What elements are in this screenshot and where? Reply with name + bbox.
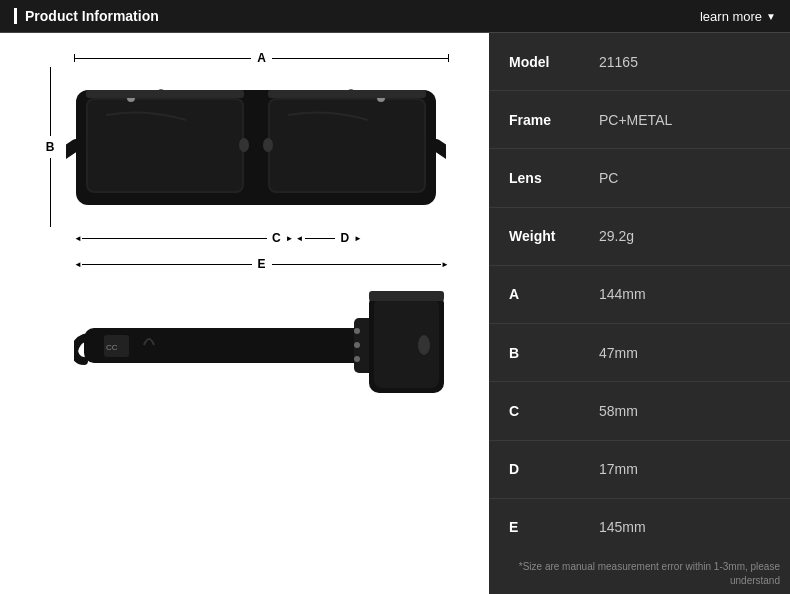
spec-row: E145mm xyxy=(489,499,790,556)
spec-label: Frame xyxy=(509,112,599,128)
learn-more-label: learn more xyxy=(700,9,762,24)
spec-value: 21165 xyxy=(599,54,638,70)
dimension-e-line: ◄ E ► xyxy=(74,257,449,271)
svg-rect-5 xyxy=(244,125,268,137)
svg-point-6 xyxy=(239,138,249,152)
glasses-side-image: CC xyxy=(74,273,459,413)
spec-label: B xyxy=(509,345,599,361)
b-line-top xyxy=(50,67,51,136)
spec-label: Lens xyxy=(509,170,599,186)
svg-rect-12 xyxy=(86,90,244,98)
front-view-section: A B xyxy=(34,51,459,245)
svg-rect-23 xyxy=(369,291,444,301)
specs-panel: Model21165FramePC+METALLensPCWeight29.2g… xyxy=(489,33,790,594)
spec-row: LensPC xyxy=(489,149,790,207)
spec-row: FramePC+METAL xyxy=(489,91,790,149)
svg-text:CC: CC xyxy=(106,343,118,352)
label-a: A xyxy=(257,51,266,65)
spec-value: PC xyxy=(599,170,618,186)
svg-point-20 xyxy=(354,328,360,334)
spec-value: 29.2g xyxy=(599,228,634,244)
e-line-left xyxy=(82,264,252,265)
spec-value: 58mm xyxy=(599,403,638,419)
line-left xyxy=(75,58,251,59)
svg-point-21 xyxy=(354,342,360,348)
spec-label: D xyxy=(509,461,599,477)
spec-row: Model21165 xyxy=(489,33,790,91)
spec-value: 17mm xyxy=(599,461,638,477)
side-view-section: ◄ E ► xyxy=(34,257,459,413)
spec-row: Weight29.2g xyxy=(489,208,790,266)
disclaimer-text: *Size are manual measurement error withi… xyxy=(489,556,790,594)
label-b: B xyxy=(46,140,55,154)
label-c: C xyxy=(272,231,281,245)
main-content: A B xyxy=(0,33,790,594)
spec-label: A xyxy=(509,286,599,302)
learn-more-button[interactable]: learn more ▼ xyxy=(700,9,776,24)
svg-point-7 xyxy=(263,138,273,152)
specs-table: Model21165FramePC+METALLensPCWeight29.2g… xyxy=(489,33,790,556)
spec-label: Model xyxy=(509,54,599,70)
spec-value: 144mm xyxy=(599,286,646,302)
spec-label: C xyxy=(509,403,599,419)
dimension-a-line: A xyxy=(74,51,449,65)
header: Product Information learn more ▼ xyxy=(0,0,790,33)
svg-point-22 xyxy=(354,356,360,362)
page-title: Product Information xyxy=(14,8,159,24)
dimensions-layout: A B xyxy=(20,43,469,584)
dimension-cd-line: ◄ C ► ◄ D ► xyxy=(74,231,449,245)
label-d: D xyxy=(340,231,349,245)
product-images-panel: A B xyxy=(0,33,489,594)
svg-rect-13 xyxy=(268,90,426,98)
spec-label: Weight xyxy=(509,228,599,244)
glasses-front-row: B xyxy=(34,67,459,227)
b-line-bottom xyxy=(50,158,51,227)
spec-row: B47mm xyxy=(489,324,790,382)
spec-row: C58mm xyxy=(489,382,790,440)
tick-right xyxy=(448,54,449,62)
spec-row: A144mm xyxy=(489,266,790,324)
spec-row: D17mm xyxy=(489,441,790,499)
spec-value: 145mm xyxy=(599,519,646,535)
dimension-b-line: B xyxy=(34,67,66,227)
dropdown-arrow-icon: ▼ xyxy=(766,11,776,22)
e-line-right xyxy=(272,264,442,265)
spec-value: PC+METAL xyxy=(599,112,672,128)
glasses-front-image xyxy=(66,70,459,225)
line-right xyxy=(272,58,448,59)
c-line xyxy=(82,238,267,239)
spec-value: 47mm xyxy=(599,345,638,361)
svg-point-24 xyxy=(418,335,430,355)
d-line xyxy=(305,238,335,239)
label-e: E xyxy=(258,257,266,271)
spec-label: E xyxy=(509,519,599,535)
glasses-side-row: CC xyxy=(34,273,459,413)
